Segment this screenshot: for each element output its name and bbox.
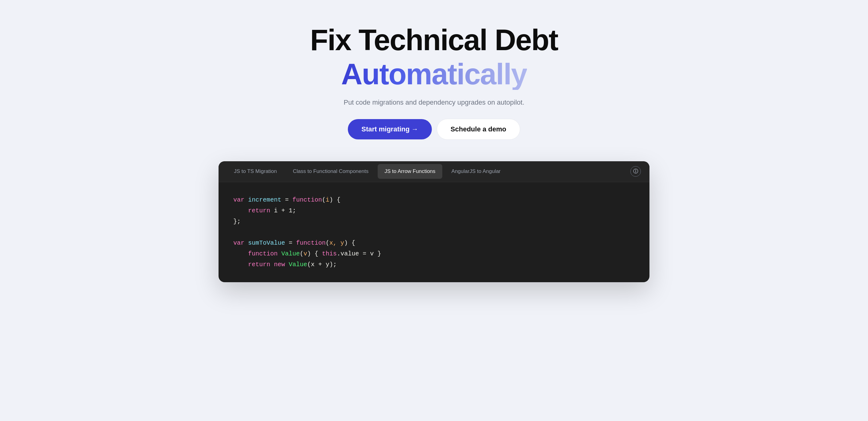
start-migrating-button[interactable]: Start migrating → xyxy=(348,119,432,139)
hero-subtitle: Automatically xyxy=(341,59,527,90)
keyword-return: return xyxy=(248,205,274,216)
equals-3: = xyxy=(359,248,370,259)
keyword-function-2: function xyxy=(296,237,326,248)
hero-section: Fix Technical Debt Automatically Put cod… xyxy=(0,0,868,301)
tab-js-arrow[interactable]: JS to Arrow Functions xyxy=(378,164,442,179)
paren: ( xyxy=(322,194,326,205)
value-constructor: Value xyxy=(289,259,307,270)
blank-line xyxy=(233,227,635,237)
info-icon[interactable]: ⓘ xyxy=(630,166,641,176)
tab-class-func[interactable]: Class to Functional Components xyxy=(286,164,375,179)
keyword-this: this xyxy=(322,248,337,259)
hero-description: Put code migrations and dependency upgra… xyxy=(343,98,524,106)
keyword-var-2: var xyxy=(233,237,248,248)
indent xyxy=(233,205,248,216)
tab-angular[interactable]: AngularJS to Angular xyxy=(445,164,507,179)
code-line-2: return i + 1; xyxy=(233,205,635,216)
paren-close: ) { xyxy=(329,194,340,205)
code-line-1: var increment = function(i) { xyxy=(233,194,635,205)
closing-brace: }; xyxy=(233,216,241,227)
tab-js-ts[interactable]: JS to TS Migration xyxy=(227,164,284,179)
code-line-7: return new Value(x + y); xyxy=(233,259,635,270)
keyword-function: function xyxy=(292,194,322,205)
code-content: var increment = function(i) { return i +… xyxy=(219,182,649,282)
schedule-demo-button[interactable]: Schedule a demo xyxy=(437,119,520,140)
v-assign: v } xyxy=(370,248,381,259)
fn-name-increment: increment xyxy=(248,194,281,205)
keyword-return-2: return xyxy=(248,259,274,270)
keyword-new: new xyxy=(274,259,289,270)
indent-2 xyxy=(233,248,248,259)
code-line-5: var sumToValue = function(x, y) { xyxy=(233,237,635,248)
paren-close-2: ) { xyxy=(344,237,355,248)
keyword-var: var xyxy=(233,194,248,205)
paren-close-3: ) { xyxy=(307,248,322,259)
paren-3: ( xyxy=(300,248,304,259)
param-v: v xyxy=(304,248,307,259)
fn-name-value: Value xyxy=(281,248,300,259)
equals: = xyxy=(281,194,292,205)
dot-value: .value xyxy=(337,248,359,259)
paren-4: (x + y); xyxy=(307,259,337,270)
code-demo: JS to TS Migration Class to Functional C… xyxy=(219,161,649,282)
code-line-3: }; xyxy=(233,216,635,227)
fn-name-sum: sumToValue xyxy=(248,237,285,248)
param-i: i xyxy=(326,194,329,205)
param-x: x, y xyxy=(329,237,344,248)
expr: i + 1; xyxy=(274,205,296,216)
code-tabs: JS to TS Migration Class to Functional C… xyxy=(219,161,649,182)
keyword-function-3: function xyxy=(248,248,281,259)
paren-2: ( xyxy=(326,237,329,248)
indent-3 xyxy=(233,259,248,270)
cta-buttons: Start migrating → Schedule a demo xyxy=(348,119,520,140)
code-line-6: function Value(v) { this.value = v } xyxy=(233,248,635,259)
hero-title: Fix Technical Debt xyxy=(310,25,558,56)
equals-2: = xyxy=(285,237,296,248)
